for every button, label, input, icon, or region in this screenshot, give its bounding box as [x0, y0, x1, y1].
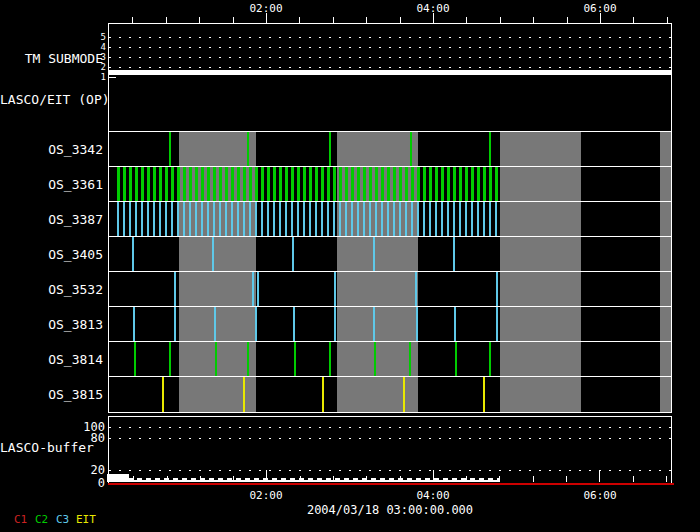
event-tick [374, 342, 376, 376]
os-row-label: OS_3361 [0, 178, 103, 192]
buffer-axis-minor-tick [666, 476, 667, 482]
dense-event-bars [117, 167, 500, 201]
event-tick [247, 132, 249, 166]
submode-y-tick-label: 3 [88, 52, 106, 62]
submode-gridline [109, 57, 671, 58]
legend-item-c3: C3 [56, 514, 69, 526]
event-tick [415, 272, 417, 306]
buffer-axis-minor-tick [566, 476, 567, 482]
event-tick [132, 237, 134, 271]
x-axis-label: 06:00 [578, 490, 622, 502]
buffer-gridline [109, 427, 671, 428]
event-tick [489, 342, 491, 376]
buffer-level-line [119, 480, 499, 482]
event-tick [454, 307, 456, 341]
event-tick [293, 307, 295, 341]
event-tick [329, 342, 331, 376]
os-row [109, 202, 671, 237]
event-tick [483, 377, 485, 412]
dense-event-bars [117, 202, 501, 236]
buffer-axis-minor-tick [533, 476, 534, 482]
event-tick [292, 237, 294, 271]
event-tick [373, 307, 375, 341]
event-tick [243, 377, 245, 412]
os-row-label: OS_3342 [0, 143, 103, 157]
event-tick [169, 132, 171, 166]
buffer-axis-major-tick [599, 470, 600, 482]
submode-y-tick-label: 4 [88, 42, 106, 52]
event-tick [134, 342, 136, 376]
os-row-label: OS_3387 [0, 213, 103, 227]
os-row [109, 237, 671, 272]
event-tick [169, 342, 171, 376]
os-row [109, 132, 671, 167]
event-tick [215, 342, 217, 376]
event-tick [403, 377, 405, 412]
event-tick [329, 132, 331, 166]
x-axis-label: 04:00 [411, 490, 455, 502]
legend-item-c1: C1 [14, 514, 27, 526]
os-row-label: OS_3815 [0, 388, 103, 402]
submode-gridline [109, 37, 671, 38]
event-tick [247, 342, 249, 376]
submode-gridline [109, 47, 671, 48]
event-tick [373, 237, 375, 271]
buffer-axis-minor-tick [633, 476, 634, 482]
legend-item-eit: EIT [76, 514, 96, 526]
event-tick [174, 272, 176, 306]
x-axis-major-tick [600, 13, 601, 23]
os-row [109, 307, 671, 342]
lasco-eit-panel [108, 77, 672, 131]
event-tick [255, 307, 257, 341]
os-row-label: OS_3532 [0, 283, 103, 297]
submode-gridline [109, 67, 671, 68]
event-tick [162, 377, 164, 412]
event-tick [294, 342, 296, 376]
event-tick [416, 307, 418, 341]
submode-value-bar [109, 70, 671, 75]
event-tick [453, 237, 455, 271]
eit-axis-tick [109, 77, 116, 78]
os-row-label: OS_3405 [0, 248, 103, 262]
os-row-label: OS_3813 [0, 318, 103, 332]
x-axis-label: 02:00 [244, 490, 288, 502]
event-tick [257, 272, 259, 306]
os-schedule-panel [108, 131, 672, 413]
os-row [109, 167, 671, 202]
os-row [109, 272, 671, 307]
event-tick [496, 307, 498, 341]
lasco-planning-timeline: 02:0004:0006:00 TM SUBMODE54321LASCO/EIT… [0, 0, 700, 532]
event-tick [410, 132, 412, 166]
buffer-zero-red-line [108, 483, 674, 485]
lasco-buffer-panel [108, 416, 672, 484]
event-tick [455, 342, 457, 376]
x-axis-major-tick [433, 13, 434, 23]
os-row-label: OS_3814 [0, 353, 103, 367]
buffer-gridline [109, 470, 671, 471]
os-row [109, 342, 671, 377]
event-tick [174, 307, 176, 341]
event-tick [334, 307, 336, 341]
submode-y-tick-label: 2 [88, 62, 106, 72]
event-tick [409, 342, 411, 376]
event-tick [133, 307, 135, 341]
buffer-y-tick-label: 0 [60, 477, 105, 490]
os-row [109, 377, 671, 412]
submode-y-tick-label: 5 [88, 32, 106, 42]
buffer-gridline [109, 438, 671, 439]
tm-submode-panel [108, 23, 672, 77]
event-tick [489, 132, 491, 166]
lasco-eit-label: LASCO/EIT (OP) [0, 93, 103, 107]
legend-item-c2: C2 [35, 514, 48, 526]
date-label: 2004/03/18 03:00:00.000 [290, 504, 490, 517]
buffer-y-tick-label: 80 [60, 432, 105, 445]
event-tick [252, 272, 254, 306]
event-tick [322, 377, 324, 412]
event-tick [496, 272, 498, 306]
event-tick [214, 307, 216, 341]
submode-y-tick-label: 1 [88, 72, 106, 82]
event-tick [212, 237, 214, 271]
event-tick [334, 272, 336, 306]
x-axis-major-tick [266, 13, 267, 23]
